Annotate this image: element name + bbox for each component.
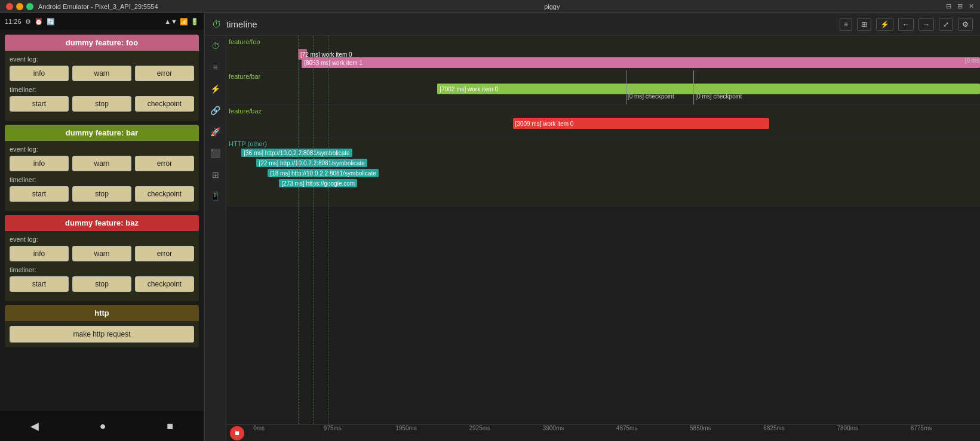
arrow-right-btn[interactable]: → bbox=[918, 18, 934, 31]
http-item-3: [273 ms] https://google.com bbox=[279, 179, 357, 187]
baz-warn-btn[interactable]: warn bbox=[72, 246, 131, 261]
event-log-label-bar: event log: bbox=[10, 146, 194, 153]
bar-start-btn[interactable]: start bbox=[10, 186, 69, 202]
feature-card-baz: dummy feature: baz event log: info warn … bbox=[5, 215, 199, 301]
bar-stop-btn[interactable]: stop bbox=[72, 186, 131, 202]
bar-error-btn[interactable]: error bbox=[135, 156, 194, 171]
baz-start-btn[interactable]: start bbox=[10, 276, 69, 292]
foo-warn-btn[interactable]: warn bbox=[72, 66, 131, 81]
http-card: http make http request bbox=[5, 305, 199, 347]
win-ctrl-3[interactable]: ✕ bbox=[969, 2, 974, 10]
axis-stop-btn[interactable]: ⏹ bbox=[230, 426, 244, 440]
timeline-icon: ⏱ bbox=[212, 19, 222, 30]
event-buttons-baz: info warn error bbox=[10, 246, 194, 261]
foo-checkpoint-btn[interactable]: checkpoint bbox=[135, 96, 194, 112]
side-icon-list[interactable]: ≡ bbox=[211, 61, 219, 74]
tl-row-bar: feature/bar [7002 ms] work item 0 [0 ms]… bbox=[226, 70, 980, 105]
side-icon-link[interactable]: 🔗 bbox=[208, 104, 222, 117]
http-header: http bbox=[5, 305, 199, 321]
foo-stop-btn[interactable]: stop bbox=[72, 96, 131, 112]
arrow-left-btn[interactable]: ← bbox=[898, 18, 914, 31]
timeliner-label-foo: timeliner: bbox=[10, 86, 194, 93]
checkpoint-bar-2: [0 ms] checkpoint bbox=[693, 70, 742, 104]
feature-header-foo: dummy feature: foo bbox=[5, 35, 199, 51]
timer-buttons-foo: start stop checkpoint bbox=[10, 96, 194, 112]
bar-warn-btn[interactable]: warn bbox=[72, 156, 131, 171]
tick-7800ms: 7800ms bbox=[837, 425, 858, 431]
foo-info-btn[interactable]: info bbox=[10, 66, 69, 81]
window-controls: ⊟ ⊞ ✕ bbox=[946, 2, 974, 10]
http-body: make http request bbox=[5, 321, 199, 347]
settings-btn[interactable]: ⚙ bbox=[958, 18, 973, 31]
win-ctrl-2[interactable]: ⊞ bbox=[957, 2, 963, 10]
baz-error-btn[interactable]: error bbox=[135, 246, 194, 261]
window-title: piggy bbox=[544, 3, 560, 10]
list-view-btn[interactable]: ≡ bbox=[840, 18, 852, 31]
feature-card-foo: dummy feature: foo event log: info warn … bbox=[5, 35, 199, 121]
bar-checkpoint-btn[interactable]: checkpoint bbox=[135, 186, 194, 202]
expand-btn[interactable]: ⤢ bbox=[939, 18, 953, 31]
timeliner-label-baz: timeliner: bbox=[10, 266, 194, 273]
nav-home-btn[interactable]: ● bbox=[100, 420, 106, 433]
row-label-baz: feature/baz bbox=[226, 107, 262, 115]
tick-8775ms: 8775ms bbox=[911, 425, 932, 431]
bar-info-btn[interactable]: info bbox=[10, 156, 69, 171]
win-ctrl-1[interactable]: ⊟ bbox=[946, 2, 951, 10]
foo-start-btn[interactable]: start bbox=[10, 96, 69, 112]
side-icon-block[interactable]: ⬛ bbox=[208, 147, 222, 160]
http-item-2: [18 ms] http://10.0.2.2:8081/symbolicate bbox=[268, 169, 378, 177]
timeline-axis: ⏹ 0ms 975ms 1950ms 2925ms 3900ms 4875ms … bbox=[226, 424, 980, 441]
nav-back-btn[interactable]: ◀ bbox=[30, 420, 39, 433]
status-time: 11:26 bbox=[5, 18, 21, 25]
feature-card-bar: dummy feature: bar event log: info warn … bbox=[5, 125, 199, 211]
event-log-label-baz: event log: bbox=[10, 236, 194, 243]
maximize-btn[interactable] bbox=[26, 3, 33, 10]
side-icon-bolt[interactable]: ⚡ bbox=[208, 82, 222, 95]
timeline-content: feature/foo [72 ms] work item 0 [8053 ms… bbox=[226, 36, 980, 441]
timer-buttons-baz: start stop checkpoint bbox=[10, 276, 194, 292]
baz-stop-btn[interactable]: stop bbox=[72, 276, 131, 292]
event-buttons-foo: info warn error bbox=[10, 66, 194, 81]
timeline-topbar: ⏱ timeline ≡ ⊞ ⚡ ← → ⤢ ⚙ bbox=[205, 13, 980, 36]
android-nav: ◀ ● ■ bbox=[0, 411, 204, 441]
tl-bar-foo-item1: [8053 ms] work item 1 bbox=[302, 57, 980, 68]
http-request-btn[interactable]: make http request bbox=[10, 326, 194, 343]
side-icon-timer[interactable]: ⏱ bbox=[210, 39, 222, 53]
close-btn[interactable] bbox=[6, 3, 13, 10]
status-signal-icon: 📶 bbox=[180, 18, 188, 26]
tick-975ms: 975ms bbox=[324, 425, 342, 431]
android-status-bar: 11:26 ⚙ ⏰ 🔄 ▲▼ 📶 🔋 bbox=[0, 13, 204, 30]
grid-view-btn[interactable]: ⊞ bbox=[857, 18, 871, 31]
side-icon-grid[interactable]: ⊞ bbox=[210, 168, 221, 181]
feature-body-baz: event log: info warn error timeliner: st… bbox=[5, 231, 199, 301]
row-label-foo: feature/foo bbox=[226, 38, 260, 45]
http-item-1: [22 ms] http://10.0.2.2:8081/symbolicate bbox=[256, 159, 367, 167]
timeline-title-area: ⏱ timeline bbox=[212, 19, 257, 30]
side-icon-rocket[interactable]: 🚀 bbox=[208, 125, 222, 138]
tl-row-http: HTTP (other) [36 ms] http://10.0.2.2:808… bbox=[226, 138, 980, 206]
nav-recents-btn[interactable]: ■ bbox=[167, 420, 173, 433]
filter-btn[interactable]: ⚡ bbox=[876, 18, 893, 31]
tick-5850ms: 5850ms bbox=[690, 425, 711, 431]
tick-6825ms: 6825ms bbox=[763, 425, 785, 431]
minimize-btn[interactable] bbox=[16, 3, 23, 10]
feature-header-bar: dummy feature: bar bbox=[5, 125, 199, 141]
baz-info-btn[interactable]: info bbox=[10, 246, 69, 261]
tl-row-foo: feature/foo [72 ms] work item 0 [8053 ms… bbox=[226, 36, 980, 70]
android-content: dummy feature: foo event log: info warn … bbox=[0, 30, 204, 411]
tl-row-baz: feature/baz [3009 ms] work item 0 bbox=[226, 105, 980, 138]
side-icons: ⏱ ≡ ⚡ 🔗 🚀 ⬛ ⊞ 📱 bbox=[205, 36, 226, 441]
feature-body-foo: event log: info warn error timeliner: st… bbox=[5, 51, 199, 121]
emulator-title: Android Emulator - Pixel_3_API_29:5554 bbox=[38, 3, 158, 10]
side-icon-phone[interactable]: 📱 bbox=[208, 190, 222, 203]
tick-3900ms: 3900ms bbox=[543, 425, 564, 431]
android-panel: 11:26 ⚙ ⏰ 🔄 ▲▼ 📶 🔋 dummy feature: foo ev… bbox=[0, 13, 205, 441]
row-label-http: HTTP (other) bbox=[226, 140, 267, 147]
feature-body-bar: event log: info warn error timeliner: st… bbox=[5, 141, 199, 211]
tl-bar-baz-item0: [3009 ms] work item 0 bbox=[513, 118, 769, 129]
timeline-rows: feature/foo [72 ms] work item 0 [8053 ms… bbox=[226, 36, 980, 424]
foo-error-btn[interactable]: error bbox=[135, 66, 194, 81]
tick-0ms: 0ms bbox=[253, 425, 265, 431]
baz-checkpoint-btn[interactable]: checkpoint bbox=[135, 276, 194, 292]
timeliner-label-bar: timeliner: bbox=[10, 176, 194, 183]
